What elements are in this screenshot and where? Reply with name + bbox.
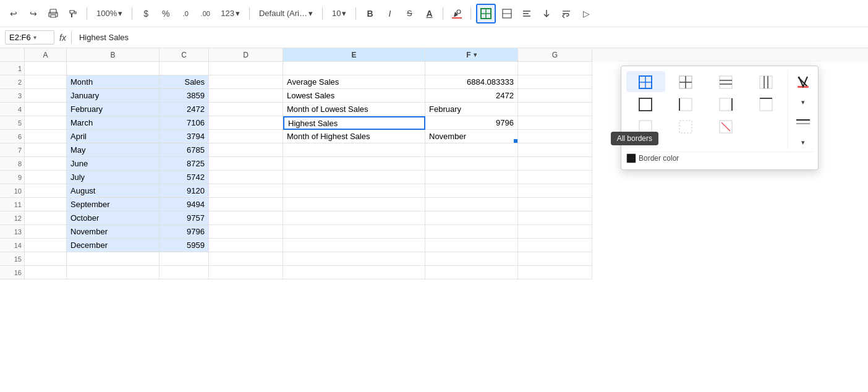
fill-color-button[interactable] [448, 5, 466, 22]
border-color-button[interactable] [793, 71, 813, 92]
cell-f15[interactable] [425, 252, 518, 266]
cell-c1[interactable] [160, 62, 209, 75]
cell-b14[interactable]: December [67, 239, 160, 252]
cell-b12[interactable]: October [67, 211, 160, 225]
percent-button[interactable]: % [157, 5, 174, 22]
vertical-borders-button[interactable] [746, 71, 785, 92]
col-header-g[interactable]: G [518, 48, 592, 62]
cell-d4[interactable] [209, 103, 283, 116]
cell-d12[interactable] [209, 211, 283, 225]
cell-b4[interactable]: February [67, 103, 160, 116]
cell-g9[interactable] [518, 171, 592, 184]
no-borders-button[interactable] [666, 116, 705, 137]
cell-a2[interactable] [25, 75, 67, 89]
cell-g5[interactable] [518, 116, 592, 130]
more-options-button[interactable]: ▷ [577, 5, 595, 22]
cell-a6[interactable] [25, 130, 67, 143]
cell-f11[interactable] [425, 198, 518, 211]
cell-b3[interactable]: January [67, 89, 160, 103]
currency-button[interactable]: $ [137, 5, 155, 22]
cell-g1[interactable] [518, 62, 592, 75]
col-header-f[interactable]: F ▾ [425, 48, 518, 62]
cell-f9[interactable] [425, 171, 518, 184]
cell-b1[interactable] [67, 62, 160, 75]
cell-a3[interactable] [25, 89, 67, 103]
font-size-select[interactable]: 10 ▾ [328, 5, 351, 22]
cell-a9[interactable] [25, 171, 67, 184]
cell-g2[interactable] [518, 75, 592, 89]
border-thickness-button[interactable] [793, 111, 813, 132]
cell-f8[interactable] [425, 157, 518, 171]
border-style-chevron[interactable]: ▾ [793, 95, 813, 109]
cell-a11[interactable] [25, 198, 67, 211]
cell-b11[interactable]: September [67, 198, 160, 211]
cell-c11[interactable]: 9494 [160, 198, 209, 211]
cell-d10[interactable] [209, 184, 283, 198]
cell-g8[interactable] [518, 157, 592, 171]
cell-g7[interactable] [518, 143, 592, 157]
cell-a5[interactable] [25, 116, 67, 130]
cell-d11[interactable] [209, 198, 283, 211]
cell-e15[interactable] [283, 252, 425, 266]
cell-b16[interactable] [67, 266, 160, 279]
cell-e16[interactable] [283, 266, 425, 279]
cell-b13[interactable]: November [67, 225, 160, 239]
cell-c7[interactable]: 6785 [160, 143, 209, 157]
col-header-e[interactable]: E [283, 48, 425, 62]
cell-b7[interactable]: May [67, 143, 160, 157]
bold-button[interactable]: B [361, 5, 378, 22]
number-format-select[interactable]: 123 ▾ [216, 5, 244, 22]
cell-g3[interactable] [518, 89, 592, 103]
col-header-b[interactable]: B [67, 48, 160, 62]
border-style-options-chevron[interactable]: ▾ [793, 135, 813, 149]
cell-d15[interactable] [209, 252, 283, 266]
cell-f14[interactable] [425, 239, 518, 252]
col-header-a[interactable]: A [25, 48, 67, 62]
cell-f3[interactable]: 2472 [425, 89, 518, 103]
cell-e4[interactable]: Month of Lowest Sales [283, 103, 425, 116]
cell-e10[interactable] [283, 184, 425, 198]
cell-a15[interactable] [25, 252, 67, 266]
cell-a1[interactable] [25, 62, 67, 75]
cell-g13[interactable] [518, 225, 592, 239]
italic-button[interactable]: I [381, 5, 398, 22]
cell-e8[interactable] [283, 157, 425, 171]
cell-d13[interactable] [209, 225, 283, 239]
cell-b2[interactable]: Month [67, 75, 160, 89]
strikethrough-button[interactable]: S [401, 5, 418, 22]
cell-e12[interactable] [283, 211, 425, 225]
all-borders-button[interactable] [626, 71, 665, 92]
cell-a10[interactable] [25, 184, 67, 198]
print-button[interactable] [45, 5, 62, 22]
cell-c9[interactable]: 5742 [160, 171, 209, 184]
cell-g10[interactable] [518, 184, 592, 198]
cell-a14[interactable] [25, 239, 67, 252]
formula-input[interactable]: Highest Sales [77, 33, 863, 42]
cell-c6[interactable]: 3794 [160, 130, 209, 143]
cell-a4[interactable] [25, 103, 67, 116]
cell-d8[interactable] [209, 157, 283, 171]
cell-e7[interactable] [283, 143, 425, 157]
paint-format-button[interactable] [64, 5, 82, 22]
cell-b8[interactable]: June [67, 157, 160, 171]
cell-g4[interactable] [518, 103, 592, 116]
text-color-button[interactable]: A [420, 5, 438, 22]
cell-d1[interactable] [209, 62, 283, 75]
cell-a13[interactable] [25, 225, 67, 239]
outer-borders-button[interactable] [626, 93, 665, 114]
cell-reference[interactable]: E2:F6 ▾ [5, 30, 54, 45]
cell-g12[interactable] [518, 211, 592, 225]
redo-button[interactable]: ↪ [25, 5, 42, 22]
cell-f12[interactable] [425, 211, 518, 225]
cell-g6[interactable] [518, 130, 592, 143]
cell-c14[interactable]: 5959 [160, 239, 209, 252]
col-header-c[interactable]: C [160, 48, 209, 62]
cell-g16[interactable] [518, 266, 592, 279]
fill-handle[interactable] [514, 139, 518, 143]
cell-f4[interactable]: February [425, 103, 518, 116]
cell-c16[interactable] [160, 266, 209, 279]
right-border-button[interactable] [707, 93, 746, 114]
cell-c2[interactable]: Sales [160, 75, 209, 89]
cell-g11[interactable] [518, 198, 592, 211]
cell-c8[interactable]: 8725 [160, 157, 209, 171]
